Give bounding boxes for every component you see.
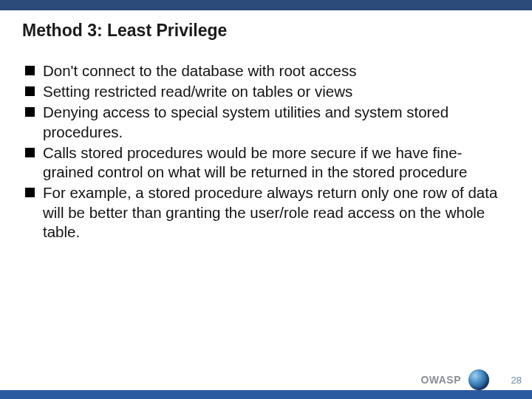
list-item: For example, a stored procedure always r… xyxy=(25,183,510,242)
slide-title: Method 3: Least Privilege xyxy=(22,21,510,41)
footer-brand: OWASP xyxy=(420,374,461,386)
top-accent-bar xyxy=(0,0,532,10)
slide-footer: OWASP 28 xyxy=(0,362,532,399)
globe-icon xyxy=(468,369,489,390)
bullet-list: Don't connect to the database with root … xyxy=(22,61,510,242)
list-item: Setting restricted read/write on tables … xyxy=(25,82,510,101)
slide-body: Method 3: Least Privilege Don't connect … xyxy=(0,10,532,242)
bottom-accent-bar xyxy=(0,390,532,399)
list-item: Denying access to special system utiliti… xyxy=(25,103,510,141)
list-item: Don't connect to the database with root … xyxy=(25,61,510,81)
list-item: Calls stored procedures would be more se… xyxy=(25,143,510,182)
page-number: 28 xyxy=(511,375,522,386)
